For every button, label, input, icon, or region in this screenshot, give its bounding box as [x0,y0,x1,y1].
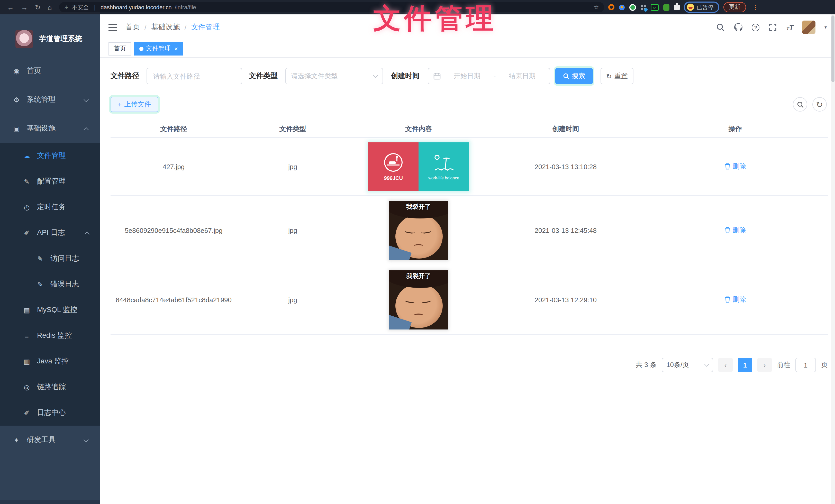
start-date-placeholder[interactable]: 开始日期 [445,71,489,81]
extension-icon[interactable] [619,4,625,10]
sidebar-item-infrastructure[interactable]: ▣ 基础设施 [0,114,100,143]
sidebar-item-label: API 日志 [37,228,65,237]
end-date-placeholder[interactable]: 结束日期 [500,71,545,81]
sidebar-item-label: MySQL 监控 [37,305,77,315]
sidebar-item-tracing[interactable]: ◎ 链路追踪 [0,374,100,400]
sidebar-item-system-management[interactable]: ⚙ 系统管理 [0,85,100,114]
tag-home[interactable]: 首页 [108,42,131,55]
next-page-button[interactable]: › [757,358,772,372]
sidebar-item-home[interactable]: ◉ 首页 [0,57,100,85]
back-icon[interactable]: ← [7,4,14,10]
date-range-picker[interactable]: 开始日期 - 结束日期 [428,68,550,84]
help-icon[interactable]: ? [752,23,760,31]
file-preview-image[interactable]: 我裂开了 [389,270,448,329]
extension-icon[interactable] [640,4,646,10]
fullscreen-icon[interactable] [769,23,778,32]
sidebar-item-access-logs[interactable]: ✎ 访问日志 [0,246,100,271]
forward-icon[interactable]: → [21,4,28,10]
extension-toolbar: on [608,4,680,10]
action-cell: 删除 [643,295,828,304]
sidebar-item-redis-monitor[interactable]: ≡ Redis 监控 [0,323,100,349]
sidebar-item-label: 日志中心 [37,408,66,417]
toggle-search-button[interactable] [793,97,807,111]
monitor-icon: ▣ [12,125,21,132]
user-avatar[interactable] [802,21,816,34]
meme-caption: 我裂开了 [389,272,448,280]
browser-menu-icon[interactable]: ⋮ [750,3,761,11]
font-size-icon[interactable]: TT [787,23,794,31]
sidebar-item-java-monitor[interactable]: ▥ Java 监控 [0,349,100,374]
reset-button[interactable]: ↻ 重置 [600,68,633,84]
extension-icon[interactable] [663,4,669,10]
file-path-input[interactable] [153,72,236,80]
delete-button[interactable]: 删除 [725,295,746,304]
browser-profile-chip[interactable]: 已暂停 [684,2,719,13]
breadcrumb-infrastructure[interactable]: 基础设施 [151,23,180,32]
current-page-button[interactable]: 1 [738,358,752,372]
tag-file-management[interactable]: 文件管理 × [134,42,183,55]
address-bar[interactable]: ⚠ 不安全 | dashboard.yudao.iocoder.cn/infra… [59,2,604,12]
sidebar-menu: ◉ 首页 ⚙ 系统管理 ▣ 基础设施 ☁ 文件管理 [0,57,100,504]
meme-caption: 我裂开了 [389,202,448,211]
breadcrumb-separator: / [144,23,146,31]
browser-nav: ← → ↻ ⌂ [4,4,55,10]
sidebar-item-scheduled-jobs[interactable]: ◷ 定时任务 [0,194,100,220]
top-navbar: 首页 / 基础设施 / 文件管理 ? [100,14,835,40]
page-size-select[interactable]: 10条/页 [662,358,713,372]
breadcrumb-home[interactable]: 首页 [125,23,140,32]
sidebar-item-mysql-monitor[interactable]: ▤ MySQL 监控 [0,297,100,323]
sidebar-item-api-logs[interactable]: ✐ API 日志 [0,220,100,246]
sidebar: 芋道管理系统 ◉ 首页 ⚙ 系统管理 ▣ 基础设施 [0,14,100,504]
sidebar-item-config-management[interactable]: ✎ 配置管理 [0,169,100,194]
refresh-table-button[interactable]: ↻ [812,97,827,111]
goto-page-input[interactable] [795,358,816,372]
breadcrumb-separator: / [185,23,187,31]
prev-page-button[interactable]: ‹ [718,358,733,372]
breadcrumb: 首页 / 基础设施 / 文件管理 [125,23,220,32]
search-icon [797,101,803,108]
file-preview-image[interactable]: 我裂开了 [389,201,448,260]
upload-file-button[interactable]: + 上传文件 [110,97,158,112]
user-menu-caret-icon[interactable]: ▾ [824,25,827,30]
address-divider: | [92,4,98,10]
page-content: 文件路径 文件类型 请选择文件类型 创建时间 开始日期 - 结束日期 [100,58,835,504]
date-separator: - [494,72,496,80]
home-icon[interactable]: ⌂ [48,4,52,10]
refresh-icon: ↻ [606,72,612,80]
pagination: 共 3 条 10条/页 ‹ 1 › 前往 页 [110,358,828,372]
search-icon[interactable] [716,23,725,32]
reset-button-label: 重置 [614,71,628,81]
security-label[interactable]: 不安全 [72,3,89,11]
delete-button[interactable]: 删除 [725,162,746,171]
search-button-label: 搜索 [572,71,585,81]
sidebar-item-dev-tools[interactable]: ✦ 研发工具 [0,426,100,455]
chevron-down-icon [704,362,709,367]
sidebar-item-log-center[interactable]: ✐ 日志中心 [0,400,100,426]
navbar-actions: ? TT ▾ [716,21,827,34]
delete-button[interactable]: 删除 [725,226,746,235]
bookmark-star-icon[interactable]: ☆ [593,4,599,11]
search-button[interactable]: 搜索 [555,68,593,84]
sidebar-item-label: Java 监控 [37,357,69,366]
scrollbar-thumb[interactable] [831,16,834,82]
sidebar-item-error-logs[interactable]: ✎ 错误日志 [0,271,100,297]
trash-icon [725,227,731,234]
reload-icon[interactable]: ↻ [35,4,41,10]
window-scrollbar[interactable] [831,14,835,504]
file-type-select[interactable]: 请选择文件类型 [285,68,383,84]
github-icon[interactable] [734,23,743,32]
extension-icon[interactable] [629,4,636,10]
table-row: 427.jpg jpg [110,138,828,196]
sidebar-item-file-management[interactable]: ☁ 文件管理 [0,143,100,169]
logo-image [16,30,33,48]
puzzle-extensions-icon[interactable] [674,4,680,10]
chart-icon: ▥ [23,357,31,365]
log-document-icon: ✎ [36,280,44,288]
file-preview-image[interactable]: 996.ICU work-life balance [368,142,469,191]
hamburger-icon[interactable] [108,24,117,30]
table-header: 文件路径 文件类型 文件内容 创建时间 操作 [110,120,828,138]
extension-on-icon[interactable]: on [651,4,659,10]
extension-icon[interactable] [608,4,614,10]
close-icon[interactable]: × [174,45,178,52]
browser-update-button[interactable]: 更新 [724,2,746,12]
